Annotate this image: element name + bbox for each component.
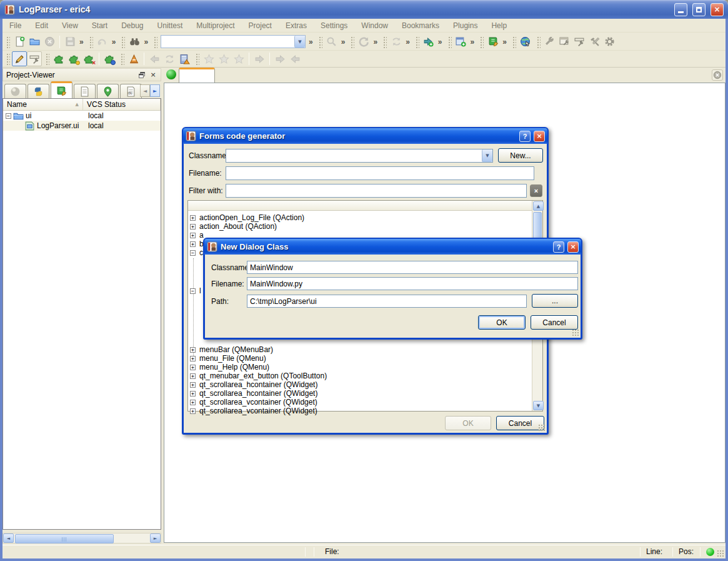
zoom-button[interactable] (324, 34, 339, 49)
expand-icon[interactable]: + (190, 215, 196, 221)
plugin-button[interactable] (51, 51, 66, 66)
clear-filter-button[interactable]: × (530, 184, 542, 197)
menu-help[interactable]: Help (484, 20, 514, 31)
filter-input[interactable] (226, 184, 527, 198)
list-item[interactable]: +menu_Help (QMenu) (190, 363, 269, 371)
panel-float-button[interactable] (137, 71, 146, 79)
resize-grip[interactable] (538, 424, 546, 432)
combo-dropdown-icon[interactable]: ▼ (482, 149, 492, 162)
resize-grip[interactable] (572, 329, 580, 337)
web-browser-button[interactable] (518, 34, 533, 49)
list-item[interactable]: +qt_scrollarea_hcontainer (QWidget) (190, 389, 317, 398)
maximize-button[interactable] (692, 3, 706, 16)
resize-grip[interactable] (717, 550, 725, 558)
bookmark-previous-button[interactable] (201, 51, 216, 66)
undo-button[interactable] (95, 34, 110, 49)
tab-scroll-right-button[interactable]: ► (150, 84, 160, 97)
toolbar-overflow-button[interactable]: » (142, 38, 150, 46)
ok-button[interactable]: OK (478, 315, 526, 330)
warning-cone-button[interactable] (126, 51, 141, 66)
tab-forms[interactable] (51, 81, 72, 98)
filename-input[interactable] (226, 166, 534, 180)
scroll-down-icon[interactable]: ▼ (533, 401, 544, 410)
bookmark-add-button[interactable] (421, 34, 436, 49)
help-button[interactable]: ? (519, 131, 531, 142)
report-button[interactable] (177, 51, 192, 66)
toolbar-overflow-button[interactable]: » (404, 38, 412, 46)
toolbars-config-button[interactable] (572, 34, 587, 49)
toolbar-grip[interactable] (153, 36, 157, 48)
menu-view[interactable]: View (55, 20, 85, 31)
column-header-name[interactable]: Name ▲ (3, 99, 83, 110)
scroll-right-icon[interactable]: ► (150, 533, 161, 543)
deploy-left-button[interactable] (147, 51, 162, 66)
toolbar-overflow-button[interactable]: » (436, 38, 444, 46)
save-file-button[interactable] (62, 34, 77, 49)
preferences-gear-button[interactable] (602, 34, 617, 49)
list-item[interactable]: +b (190, 240, 204, 248)
collapse-icon[interactable]: − (190, 288, 196, 294)
toolbar-grip[interactable] (120, 53, 124, 65)
new-class-button[interactable]: New... (498, 148, 543, 163)
scroll-left-icon[interactable]: ◄ (3, 533, 14, 543)
toolbar-grip[interactable] (382, 36, 387, 48)
list-item[interactable]: −l (190, 286, 201, 295)
sync-button[interactable] (389, 34, 404, 49)
toolbar-grip[interactable] (536, 36, 541, 48)
expand-icon[interactable]: + (190, 356, 196, 361)
scroll-up-icon[interactable]: ▲ (533, 201, 544, 211)
tab-scroll-left-button[interactable]: ◄ (140, 84, 150, 97)
menu-settings[interactable]: Settings (314, 20, 354, 31)
project-viewer-titlebar[interactable]: Project-Viewer × (2, 68, 161, 81)
tab-sources[interactable] (27, 84, 49, 98)
menu-file[interactable]: File (2, 20, 28, 31)
toolbar-grip[interactable] (6, 53, 10, 65)
menu-start[interactable]: Start (85, 20, 114, 31)
expand-icon[interactable]: + (190, 373, 196, 379)
editor-tab[interactable] (179, 68, 215, 83)
expand-icon[interactable]: + (190, 365, 196, 370)
menu-extras[interactable]: Extras (279, 20, 314, 31)
window-titlebar[interactable]: LogParser - eric4 × (0, 0, 728, 19)
tab-translations[interactable] (74, 84, 96, 98)
minimize-button[interactable] (674, 3, 687, 16)
toolbar-overflow-button[interactable]: » (371, 38, 379, 46)
ok-button[interactable]: OK (445, 416, 491, 430)
combo-dropdown-icon[interactable]: ▼ (294, 36, 305, 48)
toolbar-grip[interactable] (89, 36, 93, 48)
tab-resources[interactable] (97, 84, 119, 98)
task-previous-button[interactable] (287, 51, 302, 66)
toolbar-grip[interactable] (121, 36, 125, 48)
toolbar-grip[interactable] (350, 36, 354, 48)
toolbar-overflow-button[interactable]: » (307, 38, 315, 46)
new-file-button[interactable] (12, 34, 27, 49)
expand-icon[interactable]: + (190, 347, 196, 353)
editor-close-button[interactable] (712, 69, 723, 81)
list-item[interactable]: +menuBar (QMenuBar) (190, 345, 273, 354)
toolbar-overflow-button[interactable]: » (339, 38, 347, 46)
toolbar-grip[interactable] (479, 36, 484, 48)
toolbar-overflow-button[interactable]: » (501, 38, 509, 46)
search-button[interactable] (127, 34, 142, 49)
window-config-button[interactable] (557, 34, 572, 49)
help-button[interactable]: ? (553, 241, 564, 253)
dialog-close-button[interactable]: × (534, 131, 545, 142)
dialog-close-button[interactable]: × (567, 241, 579, 253)
menu-edit[interactable]: Edit (28, 20, 55, 31)
list-item[interactable]: +qt_scrollarea_hcontainer (QWidget) (190, 380, 317, 389)
close-file-button[interactable] (42, 34, 57, 49)
menu-unittest[interactable]: Unittest (151, 20, 190, 31)
toolbar-overflow-button[interactable]: » (77, 38, 86, 46)
column-header-vcs-status[interactable]: VCS Status (83, 99, 161, 110)
list-item[interactable]: +actionOpen_Log_File (QAction) (190, 213, 304, 222)
refresh-button[interactable] (356, 34, 371, 49)
designer-mode-button[interactable] (27, 51, 42, 66)
bookmark-clear-button[interactable] (231, 51, 246, 66)
collapse-icon[interactable]: − (6, 113, 11, 119)
wrench-tool-button[interactable] (542, 34, 557, 49)
scrollbar-thumb[interactable] (15, 534, 114, 543)
cancel-button[interactable]: Cancel (496, 416, 544, 430)
browse-button[interactable]: ... (532, 294, 578, 308)
quicksearch-input[interactable] (161, 36, 294, 48)
table-row[interactable]: − ui local (3, 111, 161, 121)
